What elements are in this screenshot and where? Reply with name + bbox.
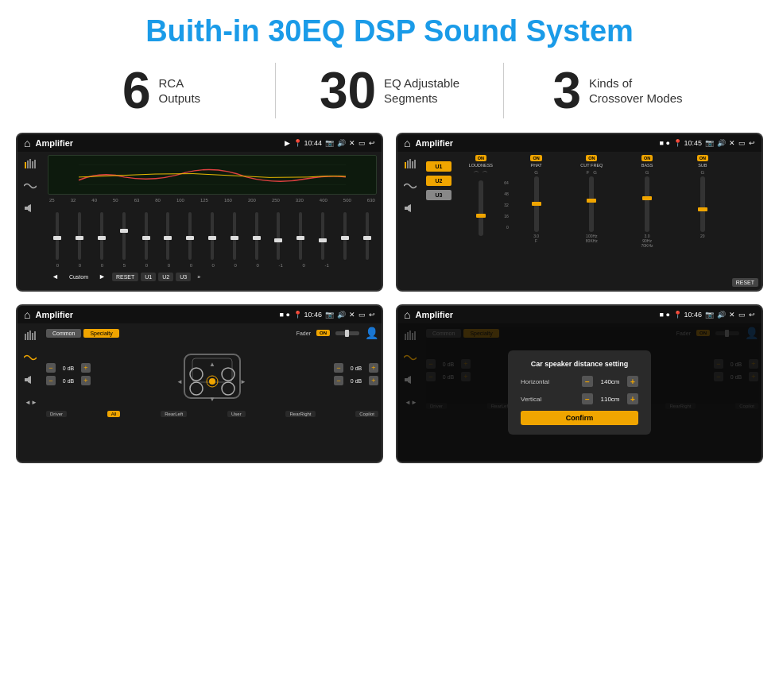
phat-freq: F <box>535 238 537 243</box>
eq-slider-8[interactable] <box>203 212 223 261</box>
fader-rl-plus[interactable]: + <box>81 376 91 385</box>
eq-slider-9[interactable] <box>224 212 244 261</box>
fader-tab-common[interactable]: Common <box>46 329 81 338</box>
mixer-preset-u2[interactable]: U2 <box>426 176 452 186</box>
fader-statusbar: ⌂ Amplifier ■ ● 📍 10:46 📷 🔊 ✕ ▭ ↩ <box>17 306 382 323</box>
fader-fr-minus[interactable]: − <box>334 363 343 373</box>
eq-sidebar-eq[interactable] <box>21 157 40 171</box>
dialog-home-icon[interactable]: ⌂ <box>404 308 410 321</box>
fader-body: ◄► Common Specialty Fader ON 👤 <box>17 323 382 462</box>
eq-slider-3[interactable] <box>92 212 112 261</box>
fader-vol-rl: − 0 dB + <box>46 376 91 385</box>
fader-rr-minus[interactable]: − <box>334 376 343 385</box>
eq-slider-11[interactable] <box>269 212 289 261</box>
bass-slider[interactable] <box>645 176 649 232</box>
eq-slider-10[interactable] <box>246 212 266 261</box>
eq-bottom-bar: ◄ Custom ► RESET U1 U2 U3 » <box>48 271 377 282</box>
eq-reset-button[interactable]: RESET <box>112 273 138 281</box>
fader-fl-minus[interactable]: − <box>46 363 56 373</box>
mixer-reset-area: RESET <box>732 155 758 290</box>
phat-slider[interactable] <box>534 176 539 232</box>
fader-user-label[interactable]: User <box>227 411 246 417</box>
stat-rca-label: RCAOutputs <box>159 75 201 106</box>
eq-slider-13[interactable] <box>313 212 333 261</box>
eq-slider-12[interactable] <box>291 212 311 261</box>
eq-slider-6[interactable] <box>158 212 178 261</box>
fader-sidebar-lr[interactable]: ◄► <box>21 395 40 409</box>
car-speaker-dialog: Car speaker distance setting Horizontal … <box>508 350 651 435</box>
sub-label: SUB <box>698 163 707 168</box>
fader-screen-title: Amplifier <box>35 310 274 319</box>
fader-vol-fl: − 0 dB + <box>46 363 91 373</box>
dialog-back[interactable]: ↩ <box>749 311 755 319</box>
eq-u2-button[interactable]: U2 <box>158 273 173 281</box>
eq-slider-5[interactable] <box>136 212 156 261</box>
dialog-horizontal-plus[interactable]: + <box>627 376 638 387</box>
stat-eq-number: 30 <box>320 65 376 116</box>
eq-next-button[interactable]: ► <box>95 271 110 282</box>
fader-left-sidebar: ◄► <box>17 323 43 462</box>
dialog-horizontal-minus[interactable]: − <box>582 376 593 387</box>
fader-fl-plus[interactable]: + <box>81 363 91 373</box>
mixer-ch-sub: ON SUB G 20 <box>676 155 729 290</box>
eq-slider-2[interactable] <box>70 212 90 261</box>
fader-all-label[interactable]: All <box>107 411 121 417</box>
fader-sidebar-wave[interactable] <box>21 350 40 365</box>
fader-back[interactable]: ↩ <box>369 311 375 319</box>
fader-home-icon[interactable]: ⌂ <box>24 308 30 321</box>
dialog-clock: 📍 10:46 <box>673 311 702 319</box>
eq-u3-button[interactable]: U3 <box>176 273 191 281</box>
eq-slider-15[interactable] <box>357 212 377 261</box>
mixer-dot: ■ ● <box>660 139 670 147</box>
eq-slider-1[interactable] <box>48 212 68 261</box>
mixer-home-icon[interactable]: ⌂ <box>404 137 410 149</box>
fader-slider[interactable] <box>335 331 359 335</box>
loudness-slider[interactable] <box>479 180 483 236</box>
cutfreq-slider[interactable] <box>589 176 594 232</box>
window-icon: ▭ <box>358 139 366 147</box>
fader-on-badge: ON <box>316 330 330 336</box>
fader-tab-specialty[interactable]: Specialty <box>83 329 118 338</box>
eq-sidebar-wave[interactable] <box>21 179 40 193</box>
fader-rr-plus[interactable]: + <box>369 376 378 385</box>
home-icon[interactable]: ⌂ <box>24 137 30 149</box>
dialog-vertical-row: Vertical − 110cm + <box>521 393 638 404</box>
mixer-reset-button[interactable]: RESET <box>732 278 758 287</box>
dialog-horizontal-label: Horizontal <box>521 378 549 385</box>
sub-slider[interactable] <box>700 176 705 232</box>
mixer-x: ✕ <box>729 139 735 147</box>
svg-text:►: ► <box>240 378 246 385</box>
loudness-on: ON <box>475 155 486 161</box>
eq-slider-7[interactable] <box>180 212 200 261</box>
eq-prev-button[interactable]: ◄ <box>48 271 63 282</box>
mixer-sidebar-speaker[interactable] <box>401 201 420 215</box>
cutfreq-label: CUT FREQ <box>580 163 603 168</box>
eq-u1-button[interactable]: U1 <box>141 273 156 281</box>
fader-fl-val: 0 dB <box>57 365 79 371</box>
mixer-status-icons: ■ ● 📍 10:45 📷 🔊 ✕ ▭ ↩ <box>660 139 755 147</box>
mixer-preset-u3[interactable]: U3 <box>426 190 452 200</box>
mixer-ch-loudness: ON LOUDNESS ⌒⌒ 644832160 <box>455 155 507 290</box>
mixer-sidebar-eq[interactable] <box>401 157 420 171</box>
eq-sidebar-speaker[interactable] <box>21 201 40 215</box>
dialog-vertical-plus[interactable]: + <box>627 393 638 404</box>
fader-sidebar-eq[interactable] <box>21 328 40 342</box>
fader-rearleft-label[interactable]: RearLeft <box>161 411 187 417</box>
back-icon[interactable]: ↩ <box>369 139 375 147</box>
mixer-preset-u1[interactable]: U1 <box>426 161 452 172</box>
eq-slider-14[interactable] <box>335 212 355 261</box>
fader-sidebar-speaker[interactable] <box>21 373 40 387</box>
loudness-curve: ⌒⌒ <box>473 170 488 179</box>
fader-rearright-label[interactable]: RearRight <box>285 411 315 417</box>
fader-fr-plus[interactable]: + <box>369 363 378 373</box>
eq-more-button[interactable]: » <box>193 273 204 281</box>
fader-copilot-label[interactable]: Copilot <box>355 411 378 417</box>
fader-driver-label[interactable]: Driver <box>46 411 67 417</box>
eq-slider-4[interactable] <box>114 212 134 261</box>
confirm-button[interactable]: Confirm <box>521 411 638 425</box>
svg-rect-21 <box>34 331 36 340</box>
mixer-back[interactable]: ↩ <box>749 139 755 147</box>
dialog-vertical-minus[interactable]: − <box>582 393 593 404</box>
fader-rl-minus[interactable]: − <box>46 376 56 385</box>
mixer-sidebar-wave[interactable] <box>401 179 420 193</box>
